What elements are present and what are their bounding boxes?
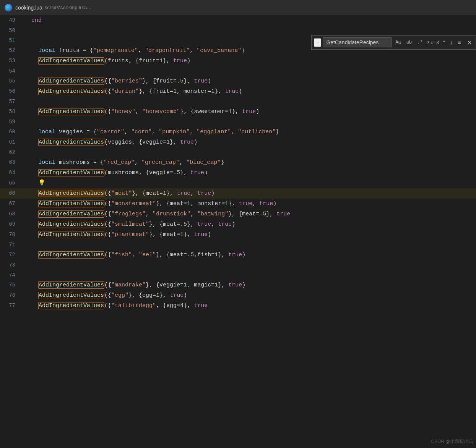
search-input[interactable] [323, 37, 392, 47]
search-bar: > Aa ab .* ? of 3 ↑ ↓ ≡ × [311, 35, 476, 50]
line-content: AddIngredientValues(fruits, {fruit=1}, t… [23, 56, 476, 66]
line-content: AddIngredientValues({"froglegs", "drumst… [23, 209, 476, 219]
line-number: 50 [0, 26, 23, 36]
code-line: 50 [0, 26, 476, 36]
code-line: 49 end [0, 15, 476, 26]
code-line: 71 [0, 240, 476, 250]
line-number: 64 [0, 168, 23, 178]
code-line: 75 AddIngredientValues({"mandrake"}, {ve… [0, 280, 476, 290]
line-number: 59 [0, 117, 23, 127]
search-nav-buttons: ↑ ↓ ≡ [440, 38, 463, 47]
line-content: AddIngredientValues(veggies, {veggie=1},… [23, 137, 476, 147]
title-bar: cooking.lua scripts\cooking.lua\... [0, 0, 476, 15]
line-number: 70 [0, 230, 23, 239]
app-icon [5, 4, 12, 11]
code-line: 73 [0, 260, 476, 270]
line-content: AddIngredientValues(mushrooms, {veggie=.… [23, 168, 476, 178]
code-line: 76 AddIngredientValues({"egg"}, {egg=1},… [0, 290, 476, 301]
code-line: 64 AddIngredientValues(mushrooms, {veggi… [0, 168, 476, 178]
code-line: 57 [0, 97, 476, 107]
line-number: 54 [0, 66, 23, 76]
search-prev-button[interactable]: ↑ [440, 38, 447, 47]
search-next-button[interactable]: ↓ [448, 38, 455, 47]
file-path: scripts\cooking.lua\... [45, 5, 91, 10]
code-line: 69 AddIngredientValues({"smallmeat"}, {m… [0, 219, 476, 230]
line-number: 52 [0, 45, 23, 55]
regex-button[interactable]: .* [415, 38, 425, 47]
editor: > Aa ab .* ? of 3 ↑ ↓ ≡ × 49 end505152 l… [0, 15, 476, 311]
search-count: ? of 3 [427, 40, 439, 45]
line-content: AddIngredientValues({"berries"}, {fruit=… [23, 76, 476, 86]
line-number: 65 [0, 178, 23, 188]
line-number: 69 [0, 219, 23, 229]
code-line: 66 AddIngredientValues({"meat"}, {meat=1… [0, 188, 476, 199]
watermark: CSDN @小乖写代码 [431, 438, 473, 445]
whole-word-button[interactable]: ab [404, 38, 414, 47]
line-content: AddIngredientValues({"mandrake"}, {veggi… [23, 280, 476, 290]
code-line: 65 💡 [0, 178, 476, 188]
line-number: 56 [0, 86, 23, 96]
code-line: 61 AddIngredientValues(veggies, {veggie=… [0, 137, 476, 147]
line-content: AddIngredientValues({"plantmeat"}, {meat… [23, 230, 476, 240]
line-number: 55 [0, 76, 23, 86]
code-line: 60 local veggies = {"carrot", "corn", "p… [0, 127, 476, 137]
code-line: 55 AddIngredientValues({"berries"}, {fru… [0, 76, 476, 86]
code-line: 77 AddIngredientValues({"tallbirdegg", {… [0, 301, 476, 311]
line-number: 76 [0, 290, 23, 300]
filename: cooking.lua [15, 5, 42, 11]
line-number: 49 [0, 15, 23, 25]
match-case-button[interactable]: Aa [393, 38, 403, 47]
line-number: 67 [0, 199, 23, 209]
line-content: AddIngredientValues({"durian"}, {fruit=1… [23, 87, 476, 97]
line-number: 72 [0, 250, 23, 260]
line-content: AddIngredientValues({"monstermeat"}, {me… [23, 199, 476, 209]
code-line: 67 AddIngredientValues({"monstermeat"}, … [0, 199, 476, 209]
search-list-button[interactable]: ≡ [456, 38, 463, 47]
line-number: 77 [0, 301, 23, 311]
line-number: 53 [0, 56, 23, 66]
code-line: 59 [0, 117, 476, 127]
line-content: AddIngredientValues({"tallbirdegg", {egg… [23, 301, 476, 311]
line-number: 58 [0, 107, 23, 116]
search-expand-button[interactable]: > [314, 38, 322, 47]
line-number: 51 [0, 36, 23, 45]
code-line: 62 [0, 147, 476, 157]
line-number: 61 [0, 137, 23, 147]
line-content: AddIngredientValues({"meat"}, {meat=1}, … [23, 189, 476, 199]
line-number: 71 [0, 240, 23, 250]
line-number: 73 [0, 260, 23, 270]
line-content: AddIngredientValues({"fish", "eel"}, {me… [23, 250, 476, 260]
line-content: 💡 [23, 178, 476, 188]
line-number: 62 [0, 147, 23, 157]
line-number: 57 [0, 97, 23, 107]
code-area: 49 end505152 local fruits = {"pomegranat… [0, 15, 476, 311]
line-content: AddIngredientValues({"smallmeat"}, {meat… [23, 220, 476, 230]
line-content: local veggies = {"carrot", "corn", "pump… [23, 127, 476, 137]
code-line: 63 local mushrooms = {"red_cap", "green_… [0, 157, 476, 168]
search-options: Aa ab .* [393, 38, 425, 47]
code-line: 56 AddIngredientValues({"durian"}, {frui… [0, 86, 476, 97]
code-line: 72 AddIngredientValues({"fish", "eel"}, … [0, 250, 476, 260]
line-number: 63 [0, 157, 23, 167]
line-content: AddIngredientValues({"egg"}, {egg=1}, tr… [23, 291, 476, 301]
line-number: 66 [0, 188, 23, 198]
code-line: 74 [0, 270, 476, 280]
code-line: 70 AddIngredientValues({"plantmeat"}, {m… [0, 230, 476, 240]
line-content: AddIngredientValues({"honey", "honeycomb… [23, 107, 476, 117]
code-line: 53 AddIngredientValues(fruits, {fruit=1}… [0, 56, 476, 66]
search-close-button[interactable]: × [465, 38, 473, 47]
code-line: 68 AddIngredientValues({"froglegs", "dru… [0, 209, 476, 219]
code-line: 54 [0, 66, 476, 76]
line-number: 68 [0, 209, 23, 219]
line-number: 75 [0, 280, 23, 290]
line-number: 60 [0, 127, 23, 137]
line-content: local mushrooms = {"red_cap", "green_cap… [23, 158, 476, 168]
line-number: 74 [0, 270, 23, 280]
code-line: 58 AddIngredientValues({"honey", "honeyc… [0, 107, 476, 117]
line-content: end [23, 16, 476, 26]
